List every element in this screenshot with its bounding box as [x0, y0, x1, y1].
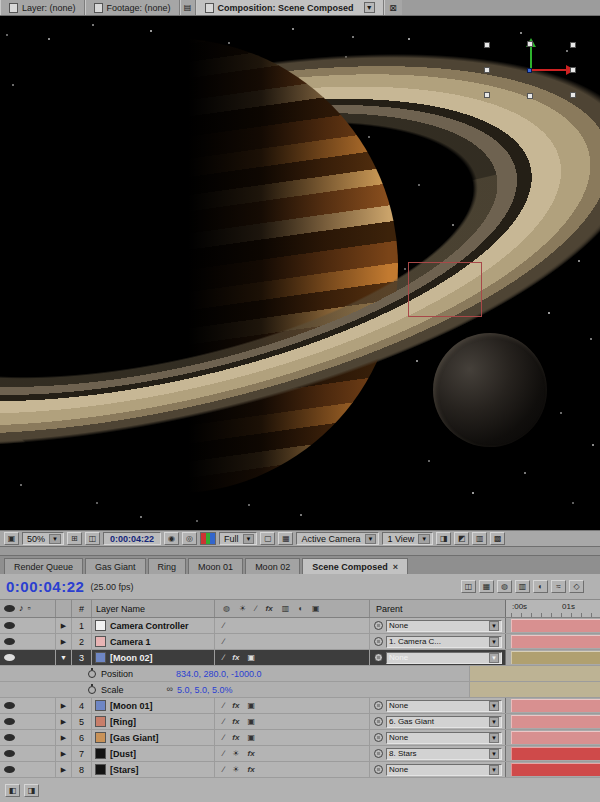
comp-marker-icon[interactable]: ◇ — [569, 580, 584, 593]
property-track-area[interactable] — [470, 682, 600, 697]
layer-duration-bar[interactable] — [511, 699, 600, 712]
video-eye-icon[interactable] — [4, 654, 15, 661]
parent-column-header[interactable]: Parent — [370, 600, 506, 617]
layer-duration-bar[interactable] — [511, 731, 600, 744]
region-of-interest-icon[interactable]: ▢ — [260, 532, 275, 545]
property-name[interactable]: Position — [101, 669, 133, 679]
collapse-switch-icon[interactable]: ☀ — [232, 749, 239, 758]
tab-render-queue[interactable]: Render Queue — [4, 558, 83, 574]
layer-duration-bar[interactable] — [511, 635, 600, 648]
property-row-scale[interactable]: Scale ∞5.0, 5.0, 5.0% — [0, 682, 600, 698]
expand-triangle-icon[interactable]: ▶ — [56, 698, 72, 713]
pixel-aspect-correction-icon[interactable]: ◨ — [436, 532, 451, 545]
panel-grip-icon[interactable]: ▤ — [180, 0, 196, 15]
3d-switch-icon[interactable]: ▣ — [247, 733, 255, 742]
expand-triangle-icon[interactable]: ▶ — [56, 714, 72, 729]
video-eye-icon[interactable] — [4, 718, 15, 725]
layer-name[interactable]: [Stars] — [110, 765, 139, 775]
fast-previews-icon[interactable]: ◩ — [454, 532, 469, 545]
fx-switch-icon[interactable]: fx — [232, 701, 239, 710]
fx-switch-icon[interactable]: fx — [232, 733, 239, 742]
pick-whip-icon[interactable] — [374, 765, 383, 774]
flowchart-button-icon[interactable]: ▩ — [490, 532, 505, 545]
constrain-link-icon[interactable]: ∞ — [167, 685, 173, 694]
timeline-button-icon[interactable]: ▥ — [472, 532, 487, 545]
layer-row-dust[interactable]: ▶ 7 [Dust] ∕☀fx 8. Stars▼ — [0, 746, 600, 762]
pick-whip-icon[interactable] — [374, 717, 383, 726]
track-area[interactable] — [506, 746, 600, 761]
tab-scene-composed[interactable]: Scene Composed× — [302, 558, 408, 574]
video-eye-icon[interactable] — [4, 734, 15, 741]
3d-view-dropdown[interactable]: Active Camera▼ — [296, 532, 379, 545]
layer-duration-bar[interactable] — [511, 747, 600, 760]
layer-thumbnail[interactable] — [95, 716, 106, 727]
gizmo-y-axis[interactable] — [530, 46, 532, 70]
quality-switch-icon[interactable]: ∕ — [223, 733, 224, 742]
track-area[interactable] — [506, 730, 600, 745]
magnification-dropdown[interactable]: 50%▼ — [22, 532, 64, 545]
tab-layer[interactable]: Layer: (none) — [0, 0, 85, 15]
frame-blending-icon[interactable]: ▥ — [515, 580, 530, 593]
tab-moon-02[interactable]: Moon 02 — [245, 558, 300, 574]
expand-triangle-icon[interactable]: ▶ — [56, 618, 72, 633]
position-value[interactable]: 834.0, 280.0, -1000.0 — [176, 669, 262, 679]
close-panel-icon[interactable]: ⊠ — [384, 0, 402, 15]
quality-switch-icon[interactable]: ∕ — [223, 621, 224, 630]
graph-editor-icon[interactable]: ≈ — [551, 580, 566, 593]
stopwatch-icon[interactable] — [88, 686, 96, 694]
layer-name[interactable]: [Dust] — [110, 749, 136, 759]
tab-footage[interactable]: Footage: (none) — [85, 0, 180, 15]
expand-triangle-icon[interactable]: ▶ — [56, 762, 72, 777]
layer-name[interactable]: [Moon 02] — [110, 653, 153, 663]
collapse-triangle-icon[interactable]: ▼ — [56, 650, 72, 665]
fx-switch-icon[interactable]: fx — [232, 717, 239, 726]
layer-name[interactable]: [Moon 01] — [110, 701, 153, 711]
tab-moon-01[interactable]: Moon 01 — [188, 558, 243, 574]
selection-handle[interactable] — [570, 67, 576, 73]
panel-menu-arrow-icon[interactable]: ▼ — [364, 2, 375, 13]
comp-family-icon[interactable]: ◫ — [461, 580, 476, 593]
layer-row-moon-02-selected[interactable]: ▼ 3 [Moon 02] ∕fx▣ None▼ — [0, 650, 600, 666]
layer-duration-bar[interactable] — [511, 651, 600, 664]
fx-switch-icon[interactable]: fx — [232, 653, 239, 662]
camera-layer-icon[interactable] — [95, 636, 106, 647]
time-ruler[interactable]: :00s 01s — [506, 600, 600, 617]
track-area[interactable] — [506, 714, 600, 729]
layer-thumbnail[interactable] — [95, 748, 106, 759]
layer-name[interactable]: [Ring] — [110, 717, 136, 727]
quality-switch-icon[interactable]: ∕ — [223, 701, 224, 710]
parent-dropdown[interactable]: None▼ — [386, 652, 502, 664]
layer-name[interactable]: Camera 1 — [110, 637, 151, 647]
selection-handle[interactable] — [484, 42, 490, 48]
track-area[interactable] — [506, 762, 600, 777]
layer-thumbnail[interactable] — [95, 652, 106, 663]
pick-whip-icon[interactable] — [374, 653, 383, 662]
scale-value[interactable]: 5.0, 5.0, 5.0% — [177, 685, 233, 695]
pick-whip-icon[interactable] — [374, 637, 383, 646]
track-area[interactable] — [506, 698, 600, 713]
expand-triangle-icon[interactable]: ▶ — [56, 746, 72, 761]
quality-switch-icon[interactable]: ∕ — [223, 637, 224, 646]
layer-row-moon-01[interactable]: ▶ 4 [Moon 01] ∕fx▣ None▼ — [0, 698, 600, 714]
3d-switch-icon[interactable]: ▣ — [247, 717, 255, 726]
property-track-area[interactable] — [470, 666, 600, 681]
quality-switch-icon[interactable]: ∕ — [223, 653, 224, 662]
layer-thumbnail[interactable] — [95, 732, 106, 743]
show-channel-icon[interactable] — [200, 532, 216, 545]
stopwatch-icon[interactable] — [88, 670, 96, 678]
show-snapshot-icon[interactable]: ◎ — [182, 532, 197, 545]
selection-handle[interactable] — [484, 92, 490, 98]
expand-triangle-icon[interactable]: ▶ — [56, 634, 72, 649]
gizmo-x-axis[interactable] — [531, 69, 567, 71]
view-layout-dropdown[interactable]: 1 View▼ — [382, 532, 433, 545]
3d-switch-icon[interactable]: ▣ — [247, 701, 255, 710]
viewer-timecode[interactable]: 0:00:04:22 — [103, 532, 161, 545]
selection-handle[interactable] — [570, 92, 576, 98]
parent-dropdown[interactable]: 8. Stars▼ — [386, 748, 502, 760]
fx-switch-icon[interactable]: fx — [248, 749, 255, 758]
layer-duration-bar[interactable] — [511, 763, 600, 776]
video-eye-icon[interactable] — [4, 638, 15, 645]
layer-row-camera-1[interactable]: ▶ 2 Camera 1 ∕ 1. Camera C...▼ — [0, 634, 600, 650]
track-area[interactable] — [506, 618, 600, 633]
toggle-switches-modes-icon[interactable]: ◧ — [5, 784, 20, 797]
